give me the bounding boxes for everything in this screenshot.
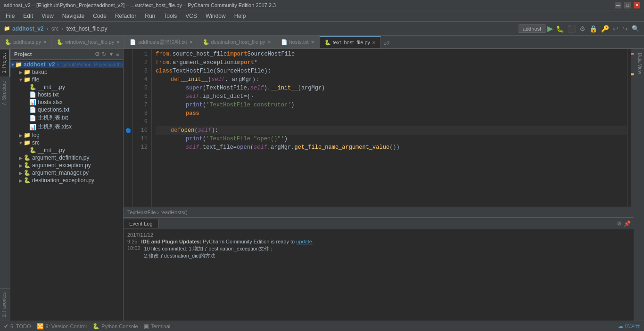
- menu-refactor[interactable]: Refactor: [111, 12, 140, 20]
- tree-bakup[interactable]: ▶ 📁 bakup: [10, 68, 123, 76]
- status-terminal[interactable]: ▣ Terminal: [144, 323, 171, 330]
- menu-navigate[interactable]: Navigate: [58, 12, 88, 20]
- tree-bakup-arrow[interactable]: ▶: [18, 70, 24, 75]
- close-button[interactable]: ✕: [634, 2, 640, 8]
- tab-overflow[interactable]: »2: [381, 39, 392, 48]
- collapse-icon[interactable]: ▼: [108, 51, 114, 57]
- toolbar-icon-3[interactable]: 🔑: [600, 24, 610, 33]
- menu-vcs[interactable]: VCS: [182, 12, 201, 20]
- tree-file-folder[interactable]: ▼ 📁 file: [10, 76, 123, 83]
- tree-dest-exc[interactable]: ▶ 🐍 destination_exception.py: [10, 177, 123, 184]
- toolbar-icon-5[interactable]: ↪: [621, 24, 629, 33]
- sort-icon[interactable]: ≡: [116, 51, 119, 57]
- tab-close-destination[interactable]: ✕: [267, 40, 271, 45]
- tree-src[interactable]: ▼ 📁 src: [10, 139, 123, 146]
- gutter-4: [124, 75, 132, 84]
- tab-close-addhosts-txt[interactable]: ✕: [189, 40, 193, 45]
- menu-edit[interactable]: Edit: [19, 12, 37, 20]
- tab-addhosts[interactable]: 🐍 addhosts.py ✕: [0, 36, 52, 48]
- folder-icon-bakup: 📁: [24, 69, 31, 75]
- run-config-dropdown[interactable]: addhost: [519, 24, 545, 33]
- menu-run[interactable]: Run: [141, 12, 159, 20]
- sync-icon[interactable]: ↻: [102, 51, 107, 57]
- tree-root-arrow[interactable]: ▼: [10, 62, 15, 67]
- tree-root[interactable]: ▼ 📁 addhost_v2 E:\github\Python_Project\…: [10, 61, 123, 68]
- tree-dest-exc-arrow[interactable]: ▶: [18, 178, 24, 183]
- tree-log[interactable]: ▶ 📁 log: [10, 131, 123, 139]
- code-editor[interactable]: 🔵 12345 678910 1112 from .source_host_fi…: [124, 49, 634, 207]
- tree-arg-mgr-arrow[interactable]: ▶: [18, 170, 24, 176]
- pin-icon[interactable]: 📌: [624, 220, 631, 227]
- gear-icon[interactable]: ⚙: [95, 51, 100, 57]
- tab-windows[interactable]: 🐍 windows_host_file.py ✕: [52, 36, 125, 48]
- gutter-2: [124, 58, 132, 67]
- tree-src-init[interactable]: 🐍 __init__.py: [10, 146, 123, 154]
- gutter-6: [124, 92, 132, 101]
- tree-host-list-xlsx[interactable]: 📊 主机列表.xlsx: [10, 122, 123, 131]
- tree-arg-exc[interactable]: ▶ 🐍 argument_exception.py: [10, 161, 123, 169]
- run-button[interactable]: ▶: [547, 24, 553, 33]
- status-version-control[interactable]: 🔀 9: Version Control: [37, 323, 87, 330]
- tree-init-file[interactable]: 🐍 __init__.py: [10, 83, 123, 91]
- right-tab-dataview[interactable]: Data View: [634, 49, 644, 78]
- toolbar-icon-4[interactable]: ↩: [612, 24, 619, 33]
- tree-hosts-txt[interactable]: 📄 hosts.txt: [10, 91, 123, 98]
- tree-arg-exc-arrow[interactable]: ▶: [18, 163, 24, 168]
- nav-src[interactable]: src: [51, 25, 59, 32]
- settings-icon[interactable]: ⚙: [617, 220, 622, 227]
- tab-addhosts-txt[interactable]: 📄 addhosts需求说明.txt ✕: [125, 36, 198, 48]
- tab-close-hosts[interactable]: ✕: [311, 40, 314, 45]
- menu-help[interactable]: Help: [231, 12, 250, 20]
- xlsx-icon-host-list: 📊: [29, 124, 36, 130]
- tab-destination[interactable]: 🐍 destination_host_file.py ✕: [198, 36, 276, 48]
- menu-file[interactable]: File: [2, 12, 18, 20]
- menu-view[interactable]: View: [38, 12, 58, 20]
- code-content[interactable]: from .source_host_file import SourceHost…: [152, 49, 627, 207]
- project-icon: 📁: [4, 25, 10, 32]
- tree-src-arrow[interactable]: ▼: [18, 140, 24, 145]
- menu-code[interactable]: Code: [89, 12, 110, 20]
- tree-hosts-xlsx[interactable]: 📊 hosts.xlsx: [10, 98, 123, 106]
- nav-project[interactable]: addhost_v2: [12, 25, 44, 32]
- tree-src-name: src: [32, 139, 40, 146]
- left-tab-project[interactable]: 1: Project: [0, 49, 10, 77]
- status-left: ✔ 6: TODO 🔀 9: Version Control 🐍 Python …: [4, 323, 170, 330]
- status-python-console[interactable]: 🐍 Python Console: [92, 323, 138, 330]
- right-scroll-gutter[interactable]: [627, 49, 634, 207]
- tree-file-arrow[interactable]: ▼: [18, 77, 24, 82]
- tab-hosts[interactable]: 📄 hosts.txt ✕: [276, 36, 320, 48]
- tab-close-text-host[interactable]: ✕: [372, 40, 376, 45]
- toolbar-icon-1[interactable]: ⚙: [578, 24, 586, 33]
- tab-text-host[interactable]: 🐍 text_host_file.py ✕: [320, 36, 381, 48]
- stop-button[interactable]: ⬛: [567, 24, 577, 33]
- status-todo[interactable]: ✔ 6: TODO: [4, 323, 31, 330]
- menu-window[interactable]: Window: [202, 12, 230, 20]
- menu-tools[interactable]: Tools: [160, 12, 181, 20]
- tree-log-arrow[interactable]: ▶: [18, 133, 24, 138]
- code-line-4: def __init__(self, argMgr):: [156, 75, 627, 84]
- tab-close-addhosts[interactable]: ✕: [43, 40, 47, 45]
- nav-file[interactable]: text_host_file.py: [66, 25, 107, 32]
- maximize-button[interactable]: □: [624, 2, 631, 8]
- event-desc-1: PyCharm Community Edition is ready to: [201, 239, 296, 244]
- tree-arg-def[interactable]: ▶ 🐍 argument_definition.py: [10, 154, 123, 161]
- minimize-button[interactable]: —: [615, 2, 621, 8]
- left-tab-favorites[interactable]: 2: Favorites: [0, 288, 10, 321]
- event-line-2a: 10 files committed: 1.增加了destination_exc…: [144, 245, 274, 252]
- event-time-2: 10:02: [127, 245, 140, 259]
- terminal-label: Terminal: [151, 323, 171, 329]
- tree-arg-mgr[interactable]: ▶ 🐍 argument_manager.py: [10, 169, 123, 177]
- tab-label-addhosts-txt: addhosts需求说明.txt: [138, 39, 187, 46]
- tab-close-windows[interactable]: ✕: [116, 40, 120, 45]
- toolbar-icon-2[interactable]: 🔒: [588, 24, 598, 33]
- tree-questions[interactable]: 📄 questions.txt: [10, 106, 123, 113]
- tree-host-list-txt[interactable]: 📄 主机列表.txt: [10, 113, 123, 122]
- event-link-1[interactable]: update: [296, 239, 312, 244]
- gutter-1: [124, 50, 132, 58]
- tree-arg-def-arrow[interactable]: ▶: [18, 155, 24, 161]
- bottom-tab-event-log[interactable]: Event Log: [124, 219, 159, 228]
- tab-icon-windows: 🐍: [57, 39, 63, 45]
- debug-button[interactable]: 🐛: [555, 24, 565, 33]
- left-tab-structure[interactable]: 7: Structure: [0, 77, 10, 109]
- search-everywhere[interactable]: 🔍: [631, 24, 640, 33]
